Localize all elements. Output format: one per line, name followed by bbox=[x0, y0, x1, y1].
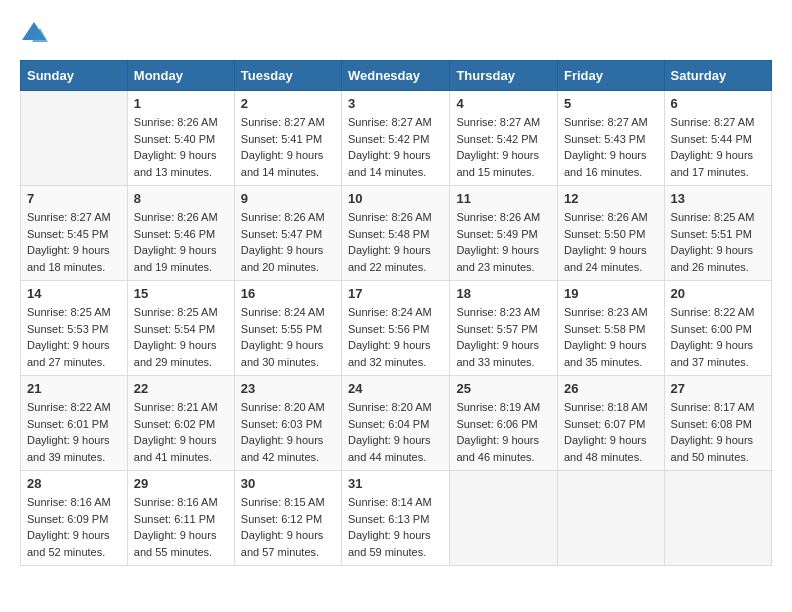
day-number: 26 bbox=[564, 381, 658, 396]
day-number: 12 bbox=[564, 191, 658, 206]
day-info: Sunrise: 8:24 AMSunset: 5:56 PMDaylight:… bbox=[348, 304, 443, 370]
day-number: 23 bbox=[241, 381, 335, 396]
day-info: Sunrise: 8:27 AMSunset: 5:45 PMDaylight:… bbox=[27, 209, 121, 275]
calendar-cell: 19Sunrise: 8:23 AMSunset: 5:58 PMDayligh… bbox=[557, 281, 664, 376]
day-number: 18 bbox=[456, 286, 551, 301]
day-info: Sunrise: 8:14 AMSunset: 6:13 PMDaylight:… bbox=[348, 494, 443, 560]
day-info: Sunrise: 8:20 AMSunset: 6:04 PMDaylight:… bbox=[348, 399, 443, 465]
calendar-table: SundayMondayTuesdayWednesdayThursdayFrid… bbox=[20, 60, 772, 566]
day-number: 5 bbox=[564, 96, 658, 111]
calendar-cell: 4Sunrise: 8:27 AMSunset: 5:42 PMDaylight… bbox=[450, 91, 558, 186]
day-info: Sunrise: 8:27 AMSunset: 5:43 PMDaylight:… bbox=[564, 114, 658, 180]
calendar-cell: 16Sunrise: 8:24 AMSunset: 5:55 PMDayligh… bbox=[234, 281, 341, 376]
weekday-header-saturday: Saturday bbox=[664, 61, 771, 91]
calendar-cell bbox=[450, 471, 558, 566]
calendar-cell: 26Sunrise: 8:18 AMSunset: 6:07 PMDayligh… bbox=[557, 376, 664, 471]
week-row-5: 28Sunrise: 8:16 AMSunset: 6:09 PMDayligh… bbox=[21, 471, 772, 566]
calendar-cell bbox=[557, 471, 664, 566]
day-info: Sunrise: 8:27 AMSunset: 5:42 PMDaylight:… bbox=[456, 114, 551, 180]
calendar-cell: 15Sunrise: 8:25 AMSunset: 5:54 PMDayligh… bbox=[127, 281, 234, 376]
day-number: 17 bbox=[348, 286, 443, 301]
day-info: Sunrise: 8:25 AMSunset: 5:53 PMDaylight:… bbox=[27, 304, 121, 370]
calendar-cell: 1Sunrise: 8:26 AMSunset: 5:40 PMDaylight… bbox=[127, 91, 234, 186]
calendar-cell: 12Sunrise: 8:26 AMSunset: 5:50 PMDayligh… bbox=[557, 186, 664, 281]
calendar-cell: 5Sunrise: 8:27 AMSunset: 5:43 PMDaylight… bbox=[557, 91, 664, 186]
day-info: Sunrise: 8:26 AMSunset: 5:47 PMDaylight:… bbox=[241, 209, 335, 275]
day-number: 24 bbox=[348, 381, 443, 396]
calendar-cell: 7Sunrise: 8:27 AMSunset: 5:45 PMDaylight… bbox=[21, 186, 128, 281]
day-number: 19 bbox=[564, 286, 658, 301]
day-info: Sunrise: 8:21 AMSunset: 6:02 PMDaylight:… bbox=[134, 399, 228, 465]
calendar-cell: 30Sunrise: 8:15 AMSunset: 6:12 PMDayligh… bbox=[234, 471, 341, 566]
day-number: 30 bbox=[241, 476, 335, 491]
header bbox=[20, 20, 772, 44]
calendar-cell bbox=[664, 471, 771, 566]
day-info: Sunrise: 8:22 AMSunset: 6:01 PMDaylight:… bbox=[27, 399, 121, 465]
day-number: 3 bbox=[348, 96, 443, 111]
day-number: 6 bbox=[671, 96, 765, 111]
calendar-cell: 20Sunrise: 8:22 AMSunset: 6:00 PMDayligh… bbox=[664, 281, 771, 376]
calendar-cell: 3Sunrise: 8:27 AMSunset: 5:42 PMDaylight… bbox=[341, 91, 449, 186]
day-number: 13 bbox=[671, 191, 765, 206]
week-row-4: 21Sunrise: 8:22 AMSunset: 6:01 PMDayligh… bbox=[21, 376, 772, 471]
day-number: 14 bbox=[27, 286, 121, 301]
day-number: 29 bbox=[134, 476, 228, 491]
weekday-header-monday: Monday bbox=[127, 61, 234, 91]
day-number: 9 bbox=[241, 191, 335, 206]
day-info: Sunrise: 8:20 AMSunset: 6:03 PMDaylight:… bbox=[241, 399, 335, 465]
calendar-cell bbox=[21, 91, 128, 186]
week-row-3: 14Sunrise: 8:25 AMSunset: 5:53 PMDayligh… bbox=[21, 281, 772, 376]
calendar-cell: 21Sunrise: 8:22 AMSunset: 6:01 PMDayligh… bbox=[21, 376, 128, 471]
day-info: Sunrise: 8:23 AMSunset: 5:58 PMDaylight:… bbox=[564, 304, 658, 370]
day-number: 7 bbox=[27, 191, 121, 206]
day-number: 31 bbox=[348, 476, 443, 491]
day-info: Sunrise: 8:15 AMSunset: 6:12 PMDaylight:… bbox=[241, 494, 335, 560]
calendar-cell: 18Sunrise: 8:23 AMSunset: 5:57 PMDayligh… bbox=[450, 281, 558, 376]
day-info: Sunrise: 8:26 AMSunset: 5:50 PMDaylight:… bbox=[564, 209, 658, 275]
day-number: 27 bbox=[671, 381, 765, 396]
calendar-cell: 11Sunrise: 8:26 AMSunset: 5:49 PMDayligh… bbox=[450, 186, 558, 281]
day-number: 4 bbox=[456, 96, 551, 111]
day-number: 11 bbox=[456, 191, 551, 206]
day-info: Sunrise: 8:23 AMSunset: 5:57 PMDaylight:… bbox=[456, 304, 551, 370]
weekday-header-sunday: Sunday bbox=[21, 61, 128, 91]
day-number: 8 bbox=[134, 191, 228, 206]
calendar-cell: 6Sunrise: 8:27 AMSunset: 5:44 PMDaylight… bbox=[664, 91, 771, 186]
logo-icon bbox=[20, 20, 48, 44]
day-info: Sunrise: 8:17 AMSunset: 6:08 PMDaylight:… bbox=[671, 399, 765, 465]
day-info: Sunrise: 8:25 AMSunset: 5:54 PMDaylight:… bbox=[134, 304, 228, 370]
calendar-cell: 25Sunrise: 8:19 AMSunset: 6:06 PMDayligh… bbox=[450, 376, 558, 471]
day-number: 15 bbox=[134, 286, 228, 301]
day-info: Sunrise: 8:16 AMSunset: 6:11 PMDaylight:… bbox=[134, 494, 228, 560]
calendar-cell: 8Sunrise: 8:26 AMSunset: 5:46 PMDaylight… bbox=[127, 186, 234, 281]
weekday-header-thursday: Thursday bbox=[450, 61, 558, 91]
day-info: Sunrise: 8:26 AMSunset: 5:49 PMDaylight:… bbox=[456, 209, 551, 275]
weekday-header-row: SundayMondayTuesdayWednesdayThursdayFrid… bbox=[21, 61, 772, 91]
day-number: 10 bbox=[348, 191, 443, 206]
day-info: Sunrise: 8:25 AMSunset: 5:51 PMDaylight:… bbox=[671, 209, 765, 275]
calendar-cell: 14Sunrise: 8:25 AMSunset: 5:53 PMDayligh… bbox=[21, 281, 128, 376]
calendar-cell: 2Sunrise: 8:27 AMSunset: 5:41 PMDaylight… bbox=[234, 91, 341, 186]
day-info: Sunrise: 8:26 AMSunset: 5:46 PMDaylight:… bbox=[134, 209, 228, 275]
calendar-cell: 24Sunrise: 8:20 AMSunset: 6:04 PMDayligh… bbox=[341, 376, 449, 471]
calendar-cell: 9Sunrise: 8:26 AMSunset: 5:47 PMDaylight… bbox=[234, 186, 341, 281]
day-number: 20 bbox=[671, 286, 765, 301]
weekday-header-friday: Friday bbox=[557, 61, 664, 91]
day-number: 22 bbox=[134, 381, 228, 396]
day-info: Sunrise: 8:16 AMSunset: 6:09 PMDaylight:… bbox=[27, 494, 121, 560]
day-number: 1 bbox=[134, 96, 228, 111]
week-row-1: 1Sunrise: 8:26 AMSunset: 5:40 PMDaylight… bbox=[21, 91, 772, 186]
calendar-cell: 31Sunrise: 8:14 AMSunset: 6:13 PMDayligh… bbox=[341, 471, 449, 566]
day-number: 2 bbox=[241, 96, 335, 111]
calendar-cell: 22Sunrise: 8:21 AMSunset: 6:02 PMDayligh… bbox=[127, 376, 234, 471]
calendar-cell: 23Sunrise: 8:20 AMSunset: 6:03 PMDayligh… bbox=[234, 376, 341, 471]
calendar-cell: 28Sunrise: 8:16 AMSunset: 6:09 PMDayligh… bbox=[21, 471, 128, 566]
day-info: Sunrise: 8:22 AMSunset: 6:00 PMDaylight:… bbox=[671, 304, 765, 370]
weekday-header-wednesday: Wednesday bbox=[341, 61, 449, 91]
day-number: 21 bbox=[27, 381, 121, 396]
day-info: Sunrise: 8:19 AMSunset: 6:06 PMDaylight:… bbox=[456, 399, 551, 465]
day-number: 28 bbox=[27, 476, 121, 491]
calendar-cell: 27Sunrise: 8:17 AMSunset: 6:08 PMDayligh… bbox=[664, 376, 771, 471]
logo bbox=[20, 20, 52, 44]
calendar-cell: 13Sunrise: 8:25 AMSunset: 5:51 PMDayligh… bbox=[664, 186, 771, 281]
